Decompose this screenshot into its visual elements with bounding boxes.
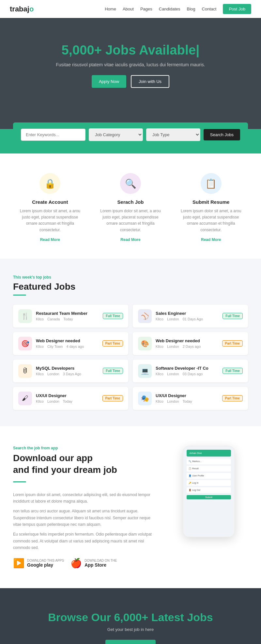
step-submit-desc: Lorem ipsum dolor sit amet, a arou justo… [177,208,245,233]
search-job-icon: 🔍 [120,173,141,194]
job-title-6: UX/UI Designer [36,393,99,398]
mockup-item-4: 🔑 Log In [187,480,231,486]
featured-title: Featured Jobs [13,282,248,292]
nav-links: Home About Pages Candidates Blog Contact… [105,4,251,14]
nav-about[interactable]: About [123,7,134,11]
job-badge-4: Full Time [103,368,123,374]
step-search-title: Serach Job [97,199,164,205]
table-row[interactable]: 🎭 UX/UI Designer Kllco London Today Part… [133,387,248,410]
job-logo-4: 🛢 [18,364,32,378]
app-desc2: non tellus arcu orci auctor augue. Aliqu… [13,508,157,528]
job-info-1: Sales Engineer Kllco London 01 Days Ago [156,311,219,321]
app-mockup: Johan Doe 🔍 Markus... 📋 Result 👤 User Pr… [170,446,248,537]
job-badge-1: Full Time [223,313,243,319]
hero-subtitle: Fusitae risusvol ptatem vitae iaculis gr… [56,62,205,67]
how-it-works-section: 🔒 Create Account Lorem ipsum dolor sit a… [0,153,261,259]
job-meta-4: Kllco London 3 Days Ago [36,372,99,376]
job-info-6: UX/UI Designer Kllco London Today [36,393,99,403]
table-row[interactable]: 🛢 MySQL Developers Kllco London 3 Days A… [13,360,128,382]
app-store-icon: 🍎 [70,558,82,569]
app-title: Download our app and find your dream job [13,452,157,476]
browse-banner-subtitle: Get your best job in here [13,627,248,632]
post-job-button[interactable]: Post Job [223,4,251,14]
app-label: Search the job from app [13,446,157,450]
job-meta-2: Kllco City Town 4 days ago [36,345,99,348]
mockup-header: Johan Doe [187,450,231,457]
step-submit-resume: 📋 Submit Resume Lorem ipsum dolor sit am… [174,170,248,246]
job-meta-7: Kllco London Today [156,399,218,403]
job-type-select[interactable]: Job Type [146,128,200,141]
step-search-job: 🔍 Serach Job Lorem ipsum dolor sit amet,… [94,170,168,246]
app-desc3: Eu scelerisque felis imperdiet proin fer… [13,531,157,551]
step-create-title: Create Account [16,199,84,205]
hero-section: 5,000+ Jobs Available| Fusitae risusvol … [0,18,261,129]
app-store-button[interactable]: 🍎 DOWNLOAD ON THE App Store [70,558,117,569]
browse-banner-title: Browse Our 6,000+ Latest Jobs [13,611,248,624]
join-with-us-button[interactable]: Join with Us [131,75,169,88]
job-badge-5: Full Time [223,368,243,374]
job-info-3: Web Designer needed Kllco London 2 Days … [156,338,218,348]
how-steps: 🔒 Create Account Lorem ipsum dolor sit a… [13,170,248,246]
job-meta-0: Kllco Canada Today [36,317,99,321]
nav-candidates[interactable]: Candidates [159,7,180,11]
hero-buttons: Apply Now Join with Us [92,75,169,88]
job-info-5: Software Developer -IT Co Kllco London 0… [156,366,219,376]
nav-home[interactable]: Home [105,7,116,11]
job-category-select[interactable]: Job Category [89,128,143,141]
navbar: trabajo Home About Pages Candidates Blog… [0,0,261,18]
step-create-desc: Lorem ipsum dolor sit amet, a arou justo… [16,208,84,233]
google-play-button[interactable]: ▶️ DOWNLOAD THIS APPS Google play [13,558,64,569]
logo: trabajo [10,5,34,13]
job-badge-3: Part Time [222,340,243,346]
job-badge-6: Part Time [102,395,123,401]
job-meta-6: Kllco London Today [36,399,99,403]
table-row[interactable]: 💻 Software Developer -IT Co Kllco London… [133,360,248,382]
table-row[interactable]: 🎯 Web Designer needed Kllco City Town 4 … [13,332,128,355]
job-meta-1: Kllco London 01 Days Ago [156,317,219,321]
nav-blog[interactable]: Blog [187,7,195,11]
table-row[interactable]: 🎨 Web Designer needed Kllco London 2 Day… [133,332,248,355]
app-content: Search the job from app Download our app… [13,446,157,569]
step-search-link[interactable]: Read More [120,237,140,242]
featured-jobs-section: This week's top jobs Featured Jobs 🍴 Res… [0,259,261,426]
job-info-7: UX/UI Designer Kllco London Today [156,393,218,403]
job-title-7: UX/UI Designer [156,393,218,398]
search-keyword-input[interactable] [21,129,85,141]
job-title-2: Web Designer needed [36,338,99,343]
search-bar: Job Category Job Type Search Jobs [13,122,248,147]
mockup-screen: Johan Doe 🔍 Markus... 📋 Result 👤 User Pr… [183,446,234,537]
job-title-1: Sales Engineer [156,311,219,316]
table-row[interactable]: 🍴 Restaurant Team Member Kllco Canada To… [13,305,128,328]
job-logo-5: 💻 [138,364,152,378]
job-logo-7: 🎭 [138,392,152,405]
google-play-text: DOWNLOAD THIS APPS Google play [27,559,64,568]
nav-contact[interactable]: Contact [202,7,217,11]
app-section: Search the job from app Download our app… [0,426,261,588]
nav-pages[interactable]: Pages [140,7,152,11]
phone-mockup: Johan Doe 🔍 Markus... 📋 Result 👤 User Pr… [183,446,235,537]
step-search-desc: Lorem ipsum dolor sit amet, a arou justo… [97,208,164,233]
apply-now-button[interactable]: Apply Now [92,75,126,88]
hero-headline: 5,000+ Jobs Available| [62,43,200,57]
step-submit-title: Submit Resume [177,199,245,205]
search-jobs-button[interactable]: Search Jobs [204,129,240,140]
job-logo-0: 🍴 [18,309,32,323]
hero-headline-accent: Available| [139,43,199,57]
google-play-icon: ▶️ [13,558,24,569]
job-logo-1: ⚾ [138,309,152,323]
step-create-link[interactable]: Read More [40,237,60,242]
mockup-item-3: 👤 User Profile [187,473,231,479]
job-title-3: Web Designer needed [156,338,218,343]
app-download-buttons: ▶️ DOWNLOAD THIS APPS Google play 🍎 DOWN… [13,558,157,569]
step-submit-link[interactable]: Read More [201,237,221,242]
table-row[interactable]: 🖌 UX/UI Designer Kllco London Today Part… [13,387,128,410]
get-started-button[interactable]: Get started now [105,640,156,644]
featured-label: This week's top jobs [13,275,248,280]
job-logo-6: 🖌 [18,392,32,405]
mockup-item-1: 🔍 Markus... [187,459,231,464]
mockup-item-5: 🚪 Log Out [187,487,231,493]
table-row[interactable]: ⚾ Sales Engineer Kllco London 01 Days Ag… [133,305,248,328]
step-create-account: 🔒 Create Account Lorem ipsum dolor sit a… [13,170,87,246]
job-title-4: MySQL Developers [36,366,99,371]
create-account-icon: 🔒 [39,173,60,194]
